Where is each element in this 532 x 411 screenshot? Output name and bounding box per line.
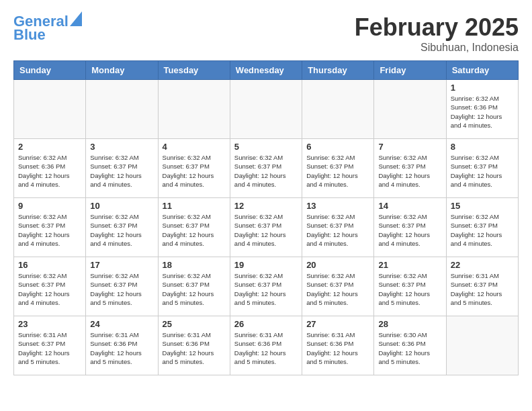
calendar-cell: 19Sunrise: 6:32 AM Sunset: 6:37 PM Dayli… [230, 257, 302, 316]
day-number: 27 [306, 319, 369, 329]
calendar-week-row: 23Sunrise: 6:31 AM Sunset: 6:37 PM Dayli… [14, 316, 519, 375]
day-info: Sunrise: 6:32 AM Sunset: 6:37 PM Dayligh… [306, 153, 369, 189]
day-info: Sunrise: 6:32 AM Sunset: 6:37 PM Dayligh… [306, 212, 369, 248]
calendar-cell: 22Sunrise: 6:31 AM Sunset: 6:37 PM Dayli… [446, 257, 518, 316]
weekday-header: Friday [374, 61, 446, 80]
day-number: 2 [18, 142, 81, 152]
day-number: 14 [378, 201, 441, 211]
day-number: 23 [18, 319, 81, 329]
calendar-cell [230, 80, 302, 139]
calendar-cell: 17Sunrise: 6:32 AM Sunset: 6:37 PM Dayli… [86, 257, 158, 316]
day-number: 25 [163, 319, 226, 329]
day-info: Sunrise: 6:31 AM Sunset: 6:36 PM Dayligh… [163, 330, 226, 366]
day-number: 16 [18, 260, 81, 270]
day-info: Sunrise: 6:32 AM Sunset: 6:36 PM Dayligh… [451, 94, 514, 130]
day-info: Sunrise: 6:32 AM Sunset: 6:37 PM Dayligh… [90, 153, 153, 189]
day-number: 11 [163, 201, 226, 211]
page-header: General Blue February 2025 Sibuhuan, Ind… [13, 13, 519, 54]
calendar-week-row: 1Sunrise: 6:32 AM Sunset: 6:36 PM Daylig… [14, 80, 519, 139]
calendar-cell: 16Sunrise: 6:32 AM Sunset: 6:37 PM Dayli… [14, 257, 86, 316]
calendar-cell: 7Sunrise: 6:32 AM Sunset: 6:37 PM Daylig… [374, 139, 446, 198]
calendar-cell [446, 316, 518, 375]
calendar-cell: 13Sunrise: 6:32 AM Sunset: 6:37 PM Dayli… [302, 198, 374, 257]
day-info: Sunrise: 6:30 AM Sunset: 6:36 PM Dayligh… [378, 330, 441, 366]
logo-icon [70, 11, 82, 26]
calendar-cell: 18Sunrise: 6:32 AM Sunset: 6:37 PM Dayli… [158, 257, 230, 316]
day-info: Sunrise: 6:32 AM Sunset: 6:37 PM Dayligh… [163, 153, 226, 189]
day-number: 17 [90, 260, 153, 270]
month-title: February 2025 [355, 13, 519, 42]
day-number: 1 [451, 83, 514, 93]
calendar-cell [14, 80, 86, 139]
day-number: 20 [306, 260, 369, 270]
subtitle: Sibuhuan, Indonesia [355, 42, 519, 54]
calendar-cell: 2Sunrise: 6:32 AM Sunset: 6:36 PM Daylig… [14, 139, 86, 198]
calendar-cell: 1Sunrise: 6:32 AM Sunset: 6:36 PM Daylig… [446, 80, 518, 139]
day-info: Sunrise: 6:32 AM Sunset: 6:37 PM Dayligh… [378, 153, 441, 189]
day-info: Sunrise: 6:32 AM Sunset: 6:37 PM Dayligh… [378, 212, 441, 248]
calendar-cell: 20Sunrise: 6:32 AM Sunset: 6:37 PM Dayli… [302, 257, 374, 316]
calendar-cell: 10Sunrise: 6:32 AM Sunset: 6:37 PM Dayli… [86, 198, 158, 257]
calendar-cell: 3Sunrise: 6:32 AM Sunset: 6:37 PM Daylig… [86, 139, 158, 198]
weekday-header: Sunday [14, 61, 86, 80]
day-info: Sunrise: 6:32 AM Sunset: 6:37 PM Dayligh… [451, 212, 514, 248]
day-info: Sunrise: 6:32 AM Sunset: 6:37 PM Dayligh… [234, 212, 298, 248]
calendar-cell: 14Sunrise: 6:32 AM Sunset: 6:37 PM Dayli… [374, 198, 446, 257]
day-number: 9 [18, 201, 81, 211]
day-number: 5 [234, 142, 298, 152]
calendar-week-row: 9Sunrise: 6:32 AM Sunset: 6:37 PM Daylig… [14, 198, 519, 257]
day-info: Sunrise: 6:32 AM Sunset: 6:37 PM Dayligh… [234, 153, 298, 189]
day-info: Sunrise: 6:32 AM Sunset: 6:37 PM Dayligh… [18, 212, 81, 248]
day-number: 21 [378, 260, 441, 270]
calendar-cell [86, 80, 158, 139]
calendar-cell [374, 80, 446, 139]
weekday-header: Monday [86, 61, 158, 80]
calendar-cell: 21Sunrise: 6:32 AM Sunset: 6:37 PM Dayli… [374, 257, 446, 316]
calendar-week-row: 2Sunrise: 6:32 AM Sunset: 6:36 PM Daylig… [14, 139, 519, 198]
calendar-cell: 15Sunrise: 6:32 AM Sunset: 6:37 PM Dayli… [446, 198, 518, 257]
day-number: 12 [234, 201, 298, 211]
calendar-cell: 27Sunrise: 6:31 AM Sunset: 6:36 PM Dayli… [302, 316, 374, 375]
day-info: Sunrise: 6:32 AM Sunset: 6:37 PM Dayligh… [90, 212, 153, 248]
day-info: Sunrise: 6:32 AM Sunset: 6:37 PM Dayligh… [163, 212, 226, 248]
day-number: 4 [163, 142, 226, 152]
day-number: 15 [451, 201, 514, 211]
day-number: 19 [234, 260, 298, 270]
day-info: Sunrise: 6:31 AM Sunset: 6:37 PM Dayligh… [451, 271, 514, 307]
day-number: 24 [90, 319, 153, 329]
logo-blue-text: Blue [13, 27, 46, 43]
day-number: 10 [90, 201, 153, 211]
weekday-header: Tuesday [158, 61, 230, 80]
day-info: Sunrise: 6:31 AM Sunset: 6:36 PM Dayligh… [306, 330, 369, 366]
calendar-header-row: SundayMondayTuesdayWednesdayThursdayFrid… [14, 61, 519, 80]
day-number: 28 [378, 319, 441, 329]
calendar-week-row: 16Sunrise: 6:32 AM Sunset: 6:37 PM Dayli… [14, 257, 519, 316]
day-info: Sunrise: 6:31 AM Sunset: 6:36 PM Dayligh… [234, 330, 298, 366]
day-info: Sunrise: 6:32 AM Sunset: 6:37 PM Dayligh… [90, 271, 153, 307]
calendar-cell: 12Sunrise: 6:32 AM Sunset: 6:37 PM Dayli… [230, 198, 302, 257]
day-info: Sunrise: 6:32 AM Sunset: 6:37 PM Dayligh… [163, 271, 226, 307]
day-info: Sunrise: 6:32 AM Sunset: 6:37 PM Dayligh… [234, 271, 298, 307]
calendar-cell: 4Sunrise: 6:32 AM Sunset: 6:37 PM Daylig… [158, 139, 230, 198]
calendar-cell: 23Sunrise: 6:31 AM Sunset: 6:37 PM Dayli… [14, 316, 86, 375]
day-info: Sunrise: 6:32 AM Sunset: 6:36 PM Dayligh… [18, 153, 81, 189]
day-number: 18 [163, 260, 226, 270]
calendar-cell: 24Sunrise: 6:31 AM Sunset: 6:36 PM Dayli… [86, 316, 158, 375]
day-info: Sunrise: 6:32 AM Sunset: 6:37 PM Dayligh… [378, 271, 441, 307]
calendar-cell: 5Sunrise: 6:32 AM Sunset: 6:37 PM Daylig… [230, 139, 302, 198]
day-number: 26 [234, 319, 298, 329]
day-number: 22 [451, 260, 514, 270]
calendar-cell: 8Sunrise: 6:32 AM Sunset: 6:37 PM Daylig… [446, 139, 518, 198]
day-number: 8 [451, 142, 514, 152]
calendar-table: SundayMondayTuesdayWednesdayThursdayFrid… [13, 60, 519, 375]
day-info: Sunrise: 6:31 AM Sunset: 6:36 PM Dayligh… [90, 330, 153, 366]
calendar-cell: 26Sunrise: 6:31 AM Sunset: 6:36 PM Dayli… [230, 316, 302, 375]
calendar-cell: 28Sunrise: 6:30 AM Sunset: 6:36 PM Dayli… [374, 316, 446, 375]
calendar-cell: 9Sunrise: 6:32 AM Sunset: 6:37 PM Daylig… [14, 198, 86, 257]
calendar-cell [302, 80, 374, 139]
calendar-cell: 25Sunrise: 6:31 AM Sunset: 6:36 PM Dayli… [158, 316, 230, 375]
weekday-header: Saturday [446, 61, 518, 80]
day-info: Sunrise: 6:32 AM Sunset: 6:37 PM Dayligh… [306, 271, 369, 307]
day-number: 3 [90, 142, 153, 152]
calendar-cell [158, 80, 230, 139]
